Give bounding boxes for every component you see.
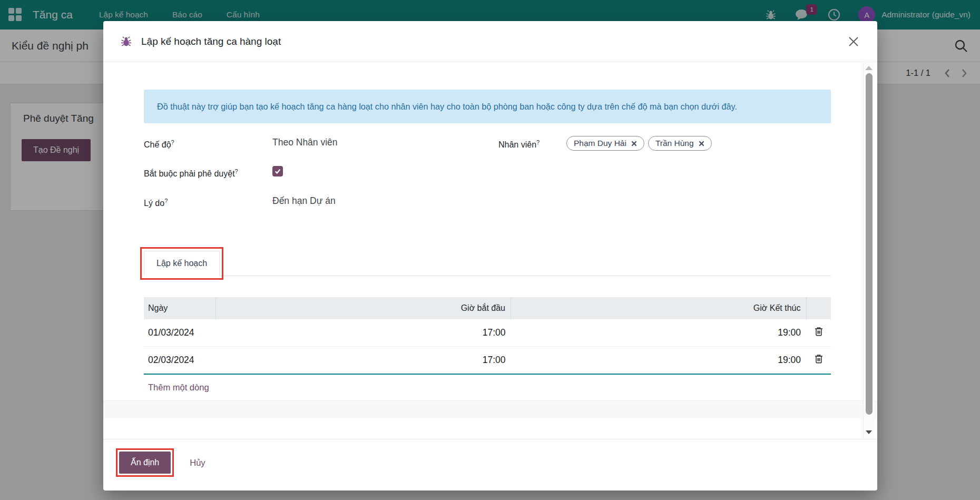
bulk-overtime-dialog: Lập kế hoạch tăng ca hàng loạt Đồ thuật … bbox=[103, 21, 877, 491]
reason-value[interactable]: Đến hạn Dự án bbox=[272, 194, 336, 208]
col-header-date[interactable]: Ngày bbox=[144, 297, 215, 319]
form-fields: Chế độ? Theo Nhân viên Bắt buộc phải phê… bbox=[144, 136, 831, 223]
notebook-tabs: Lập kế hoạch bbox=[144, 251, 831, 276]
confirm-annotation-box: Ấn định bbox=[119, 452, 171, 474]
add-line-link[interactable]: Thêm một dòng bbox=[144, 375, 831, 400]
close-icon[interactable] bbox=[846, 34, 861, 50]
cell-end[interactable]: 19:00 bbox=[511, 347, 807, 374]
employee-tag[interactable]: Trần Hùng bbox=[648, 136, 712, 151]
modal-header: Lập kế hoạch tăng ca hàng loạt bbox=[103, 21, 877, 62]
delete-row-icon[interactable] bbox=[815, 355, 823, 366]
scroll-up-icon[interactable] bbox=[865, 66, 873, 70]
delete-row-icon[interactable] bbox=[815, 328, 823, 338]
cell-date[interactable]: 02/03/2024 bbox=[144, 347, 215, 374]
table-header-row: Ngày Giờ bắt đầu Giờ Kết thúc bbox=[144, 297, 831, 319]
employee-tag[interactable]: Phạm Duy Hải bbox=[566, 136, 644, 151]
employee-field-row: Nhân viên? Phạm Duy Hải Trần Hùng bbox=[487, 136, 831, 151]
cancel-button[interactable]: Hủy bbox=[187, 452, 208, 474]
approval-checkbox[interactable] bbox=[272, 166, 283, 177]
cell-start[interactable]: 17:00 bbox=[215, 319, 511, 347]
cell-start[interactable]: 17:00 bbox=[215, 347, 511, 374]
fields-left-column: Chế độ? Theo Nhân viên Bắt buộc phải phê… bbox=[144, 136, 487, 223]
confirm-button[interactable]: Ấn định bbox=[119, 452, 171, 474]
employee-label: Nhân viên? bbox=[487, 136, 566, 151]
cell-end[interactable]: 19:00 bbox=[511, 319, 807, 347]
screen: Tăng ca Lập kế hoạch Báo cáo Cấu hình 1 bbox=[0, 0, 980, 500]
mode-value[interactable]: Theo Nhân viên bbox=[272, 136, 338, 149]
reason-label: Lý do? bbox=[144, 194, 272, 210]
employee-tags: Phạm Duy Hải Trần Hùng bbox=[566, 136, 712, 151]
modal-scrollbar[interactable] bbox=[863, 63, 875, 438]
planning-lines-table: Ngày Giờ bắt đầu Giờ Kết thúc 01/03/2024… bbox=[144, 297, 831, 375]
table-row[interactable]: 02/03/2024 17:00 19:00 bbox=[144, 347, 831, 374]
mode-label: Chế độ? bbox=[144, 136, 272, 151]
remove-tag-icon bbox=[631, 141, 637, 146]
sheet-end-strip bbox=[103, 400, 877, 418]
col-header-end[interactable]: Giờ Kết thúc bbox=[511, 297, 807, 319]
col-header-delete bbox=[806, 297, 831, 319]
form-sheet: Đồ thuật này trợ giúp bạn tạo kế hoạch t… bbox=[103, 90, 877, 418]
mode-field-row: Chế độ? Theo Nhân viên bbox=[144, 136, 487, 151]
bug-icon bbox=[121, 36, 132, 47]
cell-date[interactable]: 01/03/2024 bbox=[144, 319, 215, 347]
approval-field-row: Bắt buộc phải phê duyệt? bbox=[144, 165, 487, 180]
col-header-start[interactable]: Giờ bắt đầu bbox=[215, 297, 511, 319]
fields-right-column: Nhân viên? Phạm Duy Hải Trần Hùng bbox=[487, 136, 831, 223]
modal-title: Lập kế hoạch tăng ca hàng loạt bbox=[141, 36, 281, 47]
reason-field-row: Lý do? Đến hạn Dự án bbox=[144, 194, 487, 210]
approval-label: Bắt buộc phải phê duyệt? bbox=[144, 165, 254, 180]
modal-body: Đồ thuật này trợ giúp bạn tạo kế hoạch t… bbox=[103, 62, 877, 439]
modal-footer: Ấn định Hủy bbox=[103, 439, 877, 491]
tab-planning[interactable]: Lập kế hoạch bbox=[144, 251, 220, 276]
scroll-down-icon[interactable] bbox=[866, 430, 872, 434]
remove-tag-icon bbox=[699, 141, 704, 146]
info-alert: Đồ thuật này trợ giúp bạn tạo kế hoạch t… bbox=[144, 90, 831, 123]
table-row[interactable]: 01/03/2024 17:00 19:00 bbox=[144, 319, 831, 347]
scrollbar-thumb[interactable] bbox=[866, 73, 873, 415]
